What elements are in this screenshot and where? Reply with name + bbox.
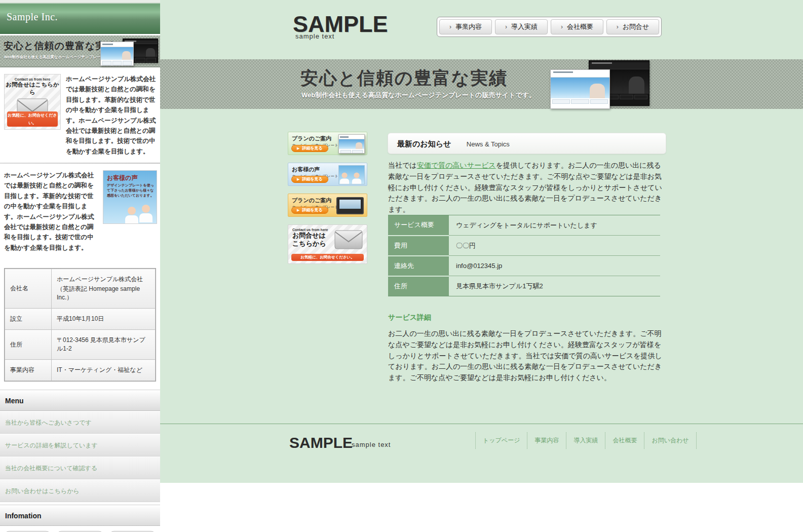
sidebar-hero-banner: 安心と信頼の豊富な実績 Web制作会社も使える高品質なホームページテンプレートの… [0, 35, 160, 67]
plan-banner-green[interactable]: プランのご案内 ホームページテンプレート ▶詳細を見る [288, 132, 367, 155]
contact-banner-main[interactable]: Contact us from here お問合せは こちらから お気軽に、お問… [288, 224, 367, 264]
service-table: サービス概要 ウェディングをトータルにサポートいたします 費用 〇〇円 連絡先 … [388, 215, 660, 296]
service-value: 〇〇円 [449, 236, 660, 256]
company-label: 事業内容 [5, 360, 52, 381]
contact-banner-button[interactable]: お気軽に、お問合せください。 [7, 111, 58, 127]
sidebar-voice-section: ホームページサンプル株式会社では最新技術と自然との調和を目指します。革新的な技術… [0, 164, 160, 259]
devices-graphic [336, 197, 364, 214]
chevron-right-icon: › [449, 23, 451, 30]
main-header: SAMPLE sample text ›事業内容 ›導入実績 ›会社概要 ›お問… [160, 0, 803, 59]
news-title: 最新のお知らせ [397, 139, 451, 148]
table-row: 会社名 ホームページサンプル株式会社 （英語表記 Homepage sample… [5, 269, 156, 309]
customer-voice-banner[interactable]: お客様の声 デザインテンプレートを使って下さったお客様から様々な感想をいただいて… [103, 170, 157, 224]
information-heading: Infomation [0, 505, 160, 526]
main-footer: SAMPLE sample text トップページ事業内容導入実績会社概要お問い… [160, 424, 803, 483]
chevron-right-icon: › [561, 23, 563, 30]
service-label: 住所 [388, 276, 449, 296]
main-area: SAMPLE sample text ›事業内容 ›導入実績 ›会社概要 ›お問… [160, 0, 803, 483]
sidebar-brand-header: Sample Inc. [0, 0, 160, 34]
company-info-table: 会社名 ホームページサンプル株式会社 （英語表記 Homepage sample… [4, 268, 156, 382]
menu-heading: Menu [0, 390, 160, 411]
table-row: 住所 見本県見本市サンプル1丂騾2 [388, 276, 660, 296]
nav-button-company[interactable]: ›会社概要 [551, 19, 603, 34]
contact-banner-title: お問合せはこちらから [5, 81, 60, 96]
footer-link-business[interactable]: 事業内容 [527, 432, 566, 449]
sidebar-menu-item-company[interactable]: 当社の会社概要について確認する [0, 457, 160, 479]
company-value: ホームページサンプル株式会社 [57, 275, 151, 284]
hero-subtitle: Web制作会社も使える高品質なホームページテンプレートの販売サイトです。 [301, 91, 536, 100]
envelope-icon [334, 230, 363, 249]
sidebar-menu-item-service[interactable]: サービスの詳細を解説しています [0, 434, 160, 457]
people-photo [338, 165, 365, 184]
arrow-right-icon: ▶ [297, 177, 299, 181]
company-label: 住所 [5, 330, 52, 360]
person-figure [139, 205, 152, 222]
sidebar-about-text-2: ホームページサンプル株式会社では最新技術と自然との調和を目指します。革新的な技術… [4, 170, 98, 253]
site-tagline: sample text [295, 32, 334, 40]
service-link[interactable]: 安価で質の高いサービス [417, 161, 496, 169]
service-label: 連絡先 [388, 256, 449, 276]
hero-title: 安心と信頼の豊富な実績 [300, 66, 508, 90]
page: Sample Inc. 安心と信頼の豊富な実績 Web制作会社も使える高品質なホ… [0, 0, 803, 532]
company-value: 平成10年1月10日 [57, 315, 151, 323]
banner-column: プランのご案内 ホームページテンプレート ▶詳細を見る お客様の声 ホームページ… [288, 132, 367, 272]
company-value: IT・マーケティング・福祉など [57, 366, 151, 374]
service-detail-heading: サービス詳細 [388, 313, 431, 322]
main-content: プランのご案内 ホームページテンプレート ▶詳細を見る お客様の声 ホームページ… [160, 109, 803, 424]
sidebar-hero-title: 安心と信頼の豊富な実績 [4, 40, 116, 53]
intro-paragraph: 当社では安価で質の高いサービスを提供しております。お二人の一生の思い出に残る素敵… [388, 160, 665, 215]
footer-tagline: sample text [352, 441, 391, 448]
person-figure [125, 207, 138, 224]
hero-band: 安心と信頼の豊富な実績 Web制作会社も使える高品質なホームページテンプレートの… [160, 59, 803, 109]
footer-link-contact[interactable]: お問い合わせ [644, 432, 696, 449]
service-label: サービス概要 [388, 215, 449, 236]
news-topics-header: 最新のお知らせ News & Topics [388, 133, 666, 154]
table-row: 住所 〒012-3456 見本県見本市サンプル1-2 [5, 330, 156, 360]
information-buttons: ニュース お問い合わせ 会社概要 [0, 526, 160, 532]
sidebar-menu-item-contact[interactable]: お問い合わせはこちらから [0, 480, 160, 502]
nav-button-business[interactable]: ›事業内容 [439, 19, 492, 34]
table-row: 設立 平成10年1月10日 [5, 309, 156, 330]
plan-banner-orange[interactable]: プランのご案内 ホームページテンプレート ▶詳細を見る [288, 194, 367, 217]
arrow-right-icon: ▶ [297, 208, 299, 212]
customer-voice-title: お客様の声 [103, 171, 157, 183]
footer-link-top[interactable]: トップページ [475, 432, 527, 449]
service-value: info@012345.jp [449, 256, 660, 276]
sidebar: Sample Inc. 安心と信頼の豊富な実績 Web制作会社も使える高品質なホ… [0, 0, 160, 512]
service-value: ウェディングをトータルにサポートいたします [449, 215, 660, 236]
service-label: 費用 [388, 236, 449, 256]
contact-banner-button[interactable]: お気軽に、お問合せください。 [291, 254, 364, 261]
table-row: 事業内容 IT・マーケティング・福祉など [5, 360, 156, 381]
sidebar-menu-item-greeting[interactable]: 当社から皆様へごあいさつです [0, 411, 160, 434]
voice-banner-blue[interactable]: お客様の声 ホームページテンプレート ▶詳細を見る [288, 163, 367, 186]
hero-thumbnail-blue [550, 69, 610, 109]
company-value: 〒012-3456 見本県見本市サンプル1-2 [57, 336, 151, 353]
table-row: 費用 〇〇円 [388, 236, 660, 256]
service-detail-paragraph: お二人の一生の思い出に残る素敵な一日をプロデュースさせていただきます。ご不明な点… [388, 328, 666, 384]
nav-button-results[interactable]: ›導入実績 [495, 19, 548, 34]
company-value-en: （英語表記 Homepage sample Inc.） [57, 285, 151, 302]
chevron-right-icon: › [505, 23, 507, 30]
contact-banner-eyebrow: Contact us from here [5, 74, 60, 81]
table-row: 連絡先 info@012345.jp [388, 256, 660, 276]
table-row: サービス概要 ウェディングをトータルにサポートいたします [388, 215, 660, 236]
footer-logo: SAMPLE [289, 434, 353, 451]
nav-button-contact[interactable]: ›お問合せ [606, 19, 659, 34]
footer-links: トップページ事業内容導入実績会社概要お問い合わせ [475, 432, 697, 449]
website-thumbnail-blue [338, 134, 365, 154]
chevron-right-icon: › [617, 23, 619, 30]
brand-logo: Sample Inc. [0, 0, 160, 23]
sidebar-about-text: ホームページサンプル株式会社では最新技術と自然との調和を目指します。革新的な技術… [66, 74, 157, 157]
website-thumbnail-blue [100, 42, 134, 66]
arrow-right-icon: ▶ [297, 146, 299, 150]
footer-link-company[interactable]: 会社概要 [605, 432, 644, 449]
footer-link-results[interactable]: 導入実績 [566, 432, 605, 449]
main-navigation: ›事業内容 ›導入実績 ›会社概要 ›お問合せ [437, 17, 662, 37]
company-label: 会社名 [5, 269, 52, 309]
contact-banner[interactable]: Contact us from here お問合せはこちらから お気軽に、お問合… [4, 74, 61, 130]
news-subtitle: News & Topics [467, 140, 510, 148]
service-value: 見本県見本市サンプル1丂騾2 [449, 276, 660, 296]
sidebar-contact-section: Contact us from here お問合せはこちらから お気軽に、お問合… [0, 67, 160, 163]
company-label: 設立 [5, 309, 52, 330]
customer-voice-subtitle: デザインテンプレートを使って下さったお客様から様々な感想をいただいております。 [103, 183, 157, 198]
